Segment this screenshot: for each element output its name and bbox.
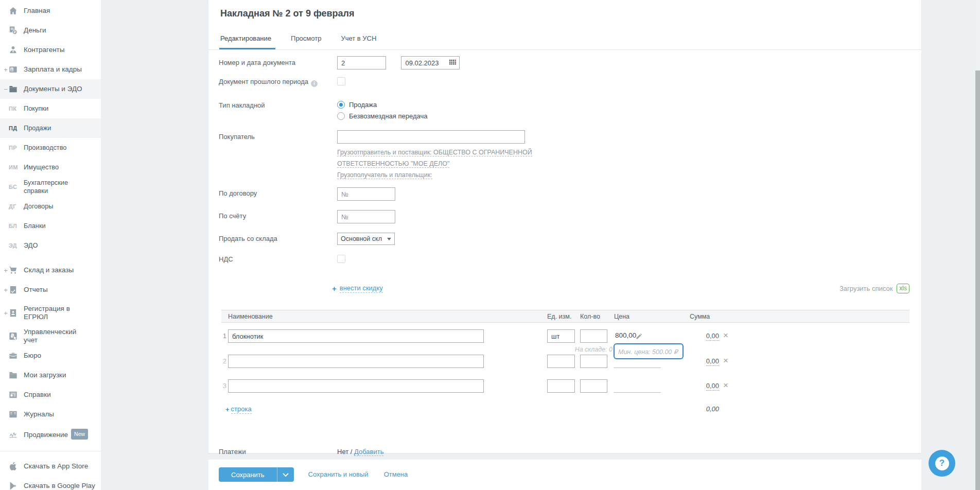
field-label: Платежи	[219, 445, 337, 456]
sidebar-item-certificates[interactable]: Справки	[0, 385, 101, 405]
sidebar-item-reports[interactable]: + Отчеты	[0, 280, 101, 300]
sidebar-item-journals[interactable]: Журналы	[0, 405, 101, 424]
sidebar-item-label: Скачать в Google Play	[24, 482, 101, 490]
calendar-icon[interactable]	[449, 60, 456, 66]
cart-icon	[8, 266, 18, 275]
help-button[interactable]: ?	[929, 450, 955, 477]
sidebar-item-label: Бухгалтерские справки	[24, 179, 90, 195]
sidebar-item-app-store[interactable]: Скачать в App Store	[0, 457, 101, 476]
tab-usn-accounting[interactable]: Учет в УСН	[341, 34, 376, 49]
item-price-underline-input[interactable]	[614, 379, 661, 393]
page-scrollbar[interactable]	[975, 0, 980, 490]
upload-list-link[interactable]: Загрузить список xls	[839, 284, 909, 293]
field-label: Тип накладной	[219, 99, 337, 109]
save-and-new-link[interactable]: Сохранить и новый	[308, 467, 369, 478]
sidebar-item-money[interactable]: Деньги	[0, 21, 101, 40]
item-name-input[interactable]	[228, 355, 484, 368]
sidebar-item-label: Имущество	[24, 163, 90, 171]
total-sum: 0,00	[668, 405, 719, 413]
sidebar-item-warehouse-orders[interactable]: + Склад и заказы	[0, 260, 101, 280]
sidebar-item-home[interactable]: Главная	[0, 1, 101, 21]
field-label: НДС	[219, 255, 337, 263]
document-lines-icon	[8, 390, 18, 400]
radio-unselected-icon[interactable]	[337, 112, 345, 120]
sidebar-item-promotion[interactable]: ПродвижениеNew	[0, 424, 101, 444]
sidebar-item-contracts[interactable]: ДГ Договоры	[0, 197, 101, 216]
sidebar-item-property[interactable]: ИМ Имущество	[0, 157, 101, 177]
apple-icon	[8, 462, 18, 471]
item-unit-input[interactable]	[547, 329, 575, 343]
sidebar-item-salary[interactable]: + Зарплата и кадры	[0, 60, 101, 79]
scrollbar-thumb[interactable]	[975, 71, 980, 490]
delete-row-icon[interactable]: ×	[723, 356, 728, 365]
min-price-hint: Мин. цена: 500.00 ₽	[618, 348, 678, 356]
add-row-link[interactable]: + строка	[225, 405, 252, 414]
sidebar-item-label: Справки	[24, 391, 90, 399]
item-name-input[interactable]	[228, 379, 484, 393]
sidebar-item-management-accounting[interactable]: Управленческий учет	[0, 326, 101, 346]
item-unit-input[interactable]	[547, 355, 575, 368]
add-discount-link[interactable]: + внести скидку	[332, 284, 383, 293]
sidebar-item-prefix: ПР	[9, 145, 21, 151]
sidebar-item-forms[interactable]: БЛ Бланки	[0, 216, 101, 236]
item-unit-input[interactable]	[547, 379, 575, 393]
account-number-input[interactable]	[337, 210, 395, 223]
row-number: 3	[221, 382, 226, 390]
tab-editing[interactable]: Редактирование	[220, 34, 271, 49]
column-header-qty: Кол-во	[580, 313, 600, 320]
save-button[interactable]: Сохранить	[219, 467, 277, 482]
sidebar-item-label: Деньги	[24, 26, 90, 34]
past-period-checkbox[interactable]	[337, 77, 345, 85]
sidebar-item-my-downloads[interactable]: Мои загрузки	[0, 365, 101, 385]
sidebar-item-label: Зарплата и кадры	[24, 65, 90, 74]
sidebar-item-registration-egrul[interactable]: + Регистрация в ЕГРЮЛ	[0, 300, 101, 326]
folder-icon	[8, 84, 18, 94]
pencil-icon[interactable]	[636, 333, 642, 340]
sidebar-item-counterparties[interactable]: Контрагенты	[0, 40, 101, 60]
table-footer: + строка 0,00	[221, 405, 909, 415]
sidebar-item-edo[interactable]: ЭД ЭДО	[0, 236, 101, 255]
sidebar-item-label: Бланки	[24, 222, 90, 230]
info-icon[interactable]: i	[311, 80, 318, 87]
consignor-supplier-link[interactable]: Грузоотправитель и поставщик: ОБЩЕСТВО С…	[337, 149, 532, 168]
sidebar-item-label: Скачать в App Store	[24, 462, 101, 470]
document-number-input[interactable]	[337, 56, 386, 69]
sidebar-item-production[interactable]: ПР Производство	[0, 138, 101, 157]
sidebar-item-google-play[interactable]: Скачать в Google Play	[0, 476, 101, 490]
form-row-contract: По договору	[219, 187, 911, 201]
item-qty-input[interactable]	[580, 329, 607, 343]
item-name-input[interactable]	[228, 329, 484, 343]
vat-checkbox[interactable]	[337, 255, 345, 263]
radio-option-free-transfer[interactable]: Безвозмездная передача	[337, 110, 911, 121]
item-price-value[interactable]: 800,00	[615, 331, 636, 339]
sidebar-item-purchases[interactable]: ПК Покупки	[0, 99, 101, 118]
add-payment-link[interactable]: Добавить	[354, 448, 383, 456]
save-dropdown-button[interactable]	[277, 467, 294, 482]
page-title: Накладная № 2 от 9 февраля	[220, 8, 911, 19]
min-price-input-focused[interactable]: Мин. цена: 500.00 ₽	[614, 343, 684, 359]
form-row-invoice-type: Тип накладной Продажа Безвозмездная пере…	[219, 99, 911, 121]
form-row-number-date: Номер и дата документа	[219, 56, 911, 69]
item-qty-input[interactable]	[580, 355, 607, 368]
tab-preview[interactable]: Просмотр	[291, 34, 321, 49]
sidebar-item-documents-edo[interactable]: − Документы и ЭДО	[0, 79, 101, 99]
buyer-input[interactable]	[337, 130, 525, 144]
home-icon	[8, 6, 18, 16]
google-play-icon	[8, 481, 18, 490]
sidebar-item-sales[interactable]: ПД Продажи	[0, 118, 101, 138]
radio-option-sale[interactable]: Продажа	[337, 99, 911, 110]
consignee-payer-link[interactable]: Грузополучатель и плательщик:	[337, 171, 432, 179]
sidebar-item-label: Продажи	[24, 124, 90, 132]
radio-selected-icon[interactable]	[337, 101, 345, 109]
cancel-link[interactable]: Отмена	[384, 467, 408, 478]
items-table: Наименование Ед. изм. Кол-во Цена Сумма …	[221, 310, 909, 415]
contract-number-input[interactable]	[337, 187, 395, 201]
delete-row-icon[interactable]: ×	[723, 381, 728, 390]
item-qty-input[interactable]	[580, 379, 607, 393]
sidebar-item-prefix: БЛ	[9, 223, 21, 229]
save-split-button[interactable]: Сохранить	[219, 467, 294, 482]
warehouse-select[interactable]: Основной скл	[337, 233, 395, 245]
sidebar-item-bureau[interactable]: Бюро	[0, 346, 101, 365]
sidebar-item-accounting-notes[interactable]: БС Бухгалтерские справки	[0, 177, 101, 197]
delete-row-icon[interactable]: ×	[723, 331, 728, 340]
